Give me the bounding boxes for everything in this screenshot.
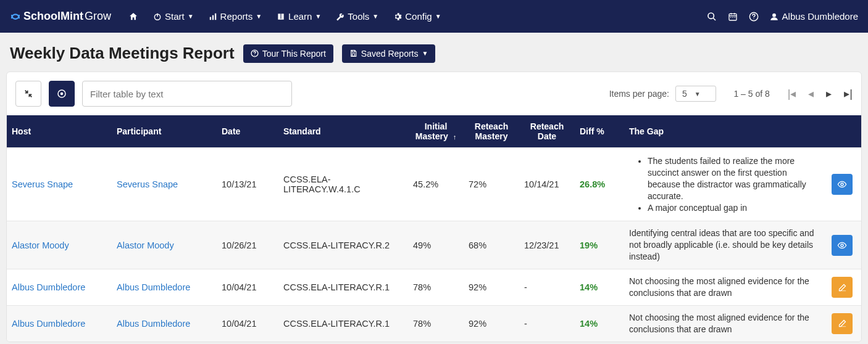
collapse-icon	[23, 89, 33, 99]
col-header-initial-mastery[interactable]: Initial Mastery ↑	[408, 115, 464, 148]
eye-icon	[837, 179, 847, 189]
gap-cell: Not choosing the most aligned evidence f…	[624, 305, 827, 341]
gap-bullet: The students failed to realize the more …	[648, 155, 822, 202]
nav-config[interactable]: Config ▼	[387, 7, 447, 25]
participant-link[interactable]: Albus Dumbledore	[117, 282, 190, 292]
target-button[interactable]	[49, 81, 75, 107]
gap-text: Identifying central ideas that are too s…	[629, 228, 814, 261]
nav-items: Start ▼ Reports ▼ Learn ▼ Tools ▼	[122, 7, 448, 25]
svg-point-16	[772, 13, 776, 17]
page-header: Weekly Data Meetings Report Tour This Re…	[0, 33, 868, 72]
col-header-diff[interactable]: Diff %	[575, 115, 624, 148]
diff-cell: 26.8%	[580, 179, 605, 189]
participant-link[interactable]: Severus Snape	[117, 179, 178, 189]
host-link[interactable]: Albus Dumbledore	[12, 319, 85, 329]
items-per-page: Items per page: 5 ▼	[609, 86, 716, 102]
edit-button[interactable]	[832, 277, 853, 298]
nav-tools[interactable]: Tools ▼	[330, 7, 385, 25]
svg-point-24	[841, 244, 843, 247]
nav-reports-label: Reports	[220, 11, 253, 22]
help-icon[interactable]	[749, 12, 759, 22]
search-icon[interactable]	[707, 12, 717, 22]
standard-cell: CCSS.ELA-LITERACY.R.1	[278, 269, 408, 306]
page-title: Weekly Data Meetings Report	[10, 44, 235, 63]
initial-mastery-cell: 49%	[408, 221, 464, 269]
first-page-button[interactable]: |◂	[788, 87, 796, 100]
gear-icon	[393, 12, 402, 21]
table-row: Alastor MoodyAlastor Moody10/26/21CCSS.E…	[7, 221, 861, 269]
nav-learn[interactable]: Learn ▼	[270, 7, 327, 25]
standard-cell: CCSS.ELA-LITERACY.R.2	[278, 221, 408, 269]
diff-cell: 14%	[580, 319, 598, 329]
nav-start[interactable]: Start ▼	[147, 7, 200, 25]
view-button[interactable]	[832, 174, 853, 195]
svg-rect-20	[352, 54, 354, 56]
nav-reports[interactable]: Reports ▼	[202, 7, 268, 25]
col-header-standard[interactable]: Standard	[278, 115, 408, 148]
items-per-page-value: 5	[682, 89, 687, 99]
nav-user-menu[interactable]: Albus Dumbledore	[770, 11, 858, 22]
reteach-mastery-cell: 92%	[464, 269, 519, 306]
initial-mastery-cell: 78%	[408, 305, 464, 341]
saved-reports-button[interactable]: Saved Reports ▼	[342, 44, 436, 63]
view-button[interactable]	[832, 235, 853, 256]
help-circle-icon	[251, 49, 259, 57]
gap-cell: Identifying central ideas that are too s…	[624, 221, 827, 269]
calendar-icon[interactable]	[728, 12, 738, 22]
initial-mastery-cell: 45.2%	[408, 148, 464, 221]
svg-point-5	[708, 13, 714, 18]
svg-point-22	[61, 93, 63, 95]
col-header-date[interactable]: Date	[217, 115, 278, 148]
gap-cell: Not choosing the most aligned evidence f…	[624, 269, 827, 306]
edit-button[interactable]	[832, 313, 853, 334]
host-link[interactable]: Alastor Moody	[12, 240, 69, 250]
col-header-actions	[827, 115, 861, 148]
col-header-reteach-mastery[interactable]: Reteach Mastery	[464, 115, 519, 148]
standard-cell: CCSS.ELA-LITERACY.R.1	[278, 305, 408, 341]
brand-icon	[10, 11, 21, 22]
participant-link[interactable]: Alastor Moody	[117, 240, 174, 250]
pencil-icon	[838, 319, 847, 328]
date-cell: 10/04/21	[217, 305, 278, 341]
reteach-date-cell: -	[519, 305, 575, 341]
host-link[interactable]: Severus Snape	[12, 179, 73, 189]
svg-rect-13	[734, 17, 735, 17]
nav-home[interactable]	[122, 8, 144, 25]
page-range: 1 – 5 of 8	[727, 89, 777, 99]
collapse-button[interactable]	[15, 81, 41, 107]
filter-input[interactable]	[82, 81, 292, 107]
col-header-participant[interactable]: Participant	[112, 115, 217, 148]
table-row: Severus SnapeSeverus Snape10/13/21CCSS.E…	[7, 148, 861, 221]
last-page-button[interactable]: ▸|	[844, 87, 853, 100]
caret-down-icon: ▼	[435, 13, 441, 20]
tour-report-label: Tour This Report	[262, 49, 326, 59]
nav-user-name: Albus Dumbledore	[782, 11, 858, 22]
brand-text-bold: SchoolMint	[23, 10, 83, 23]
items-per-page-select[interactable]: 5 ▼	[675, 86, 716, 102]
svg-rect-11	[730, 17, 731, 17]
col-header-host[interactable]: Host	[7, 115, 112, 148]
reteach-date-cell: 12/23/21	[519, 221, 575, 269]
wrench-icon	[336, 12, 344, 21]
next-page-button[interactable]: ▸	[826, 87, 832, 100]
svg-rect-2	[209, 17, 211, 20]
col-header-reteach-date[interactable]: Reteach Date	[519, 115, 575, 148]
host-link[interactable]: Albus Dumbledore	[12, 282, 85, 292]
caret-down-icon: ▼	[422, 50, 428, 57]
table-header-row: Host Participant Date Standard Initial M…	[7, 115, 861, 148]
target-icon	[56, 88, 67, 99]
top-navbar: SchoolMint Grow Start ▼ Reports ▼	[0, 0, 868, 33]
caret-down-icon: ▼	[256, 13, 262, 20]
standard-cell: CCSS.ELA-LITERACY.W.4.1.C	[278, 148, 408, 221]
brand-logo[interactable]: SchoolMint Grow	[10, 10, 111, 23]
table-row: Albus DumbledoreAlbus Dumbledore10/04/21…	[7, 269, 861, 306]
participant-link[interactable]: Albus Dumbledore	[117, 319, 190, 329]
tour-report-button[interactable]: Tour This Report	[243, 44, 333, 63]
pencil-icon	[838, 283, 847, 292]
col-header-gap[interactable]: The Gap	[624, 115, 827, 148]
prev-page-button[interactable]: ◂	[808, 87, 814, 100]
diff-cell: 19%	[580, 240, 598, 250]
saved-reports-label: Saved Reports	[361, 49, 419, 59]
gap-cell: The students failed to realize the more …	[624, 148, 827, 221]
svg-point-18	[254, 55, 255, 55]
